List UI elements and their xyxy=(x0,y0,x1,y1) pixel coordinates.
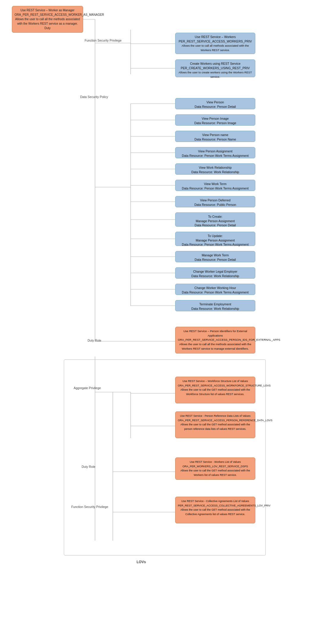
node-b14: Change Worker Working HourData Resource:… xyxy=(175,284,255,295)
node-b4: View Person ImageData Resource: Person I… xyxy=(175,114,255,126)
duty-role-label: Duty Role xyxy=(88,339,101,342)
node-b1: Use REST Service – WorkersPER_REST_SERVI… xyxy=(175,33,255,54)
lovs-label: LOVs xyxy=(137,560,146,564)
node-b8: View Work TermData Resource: Person Work… xyxy=(175,180,255,191)
duty-role2-label: Duty Role xyxy=(82,465,95,468)
node-o1: Use REST Service – Person Identifiers fo… xyxy=(175,327,255,353)
data-sec-policy-label: Data Security Policy xyxy=(80,95,108,99)
node-b7: View Work RelationshipData Resource: Wor… xyxy=(175,163,255,175)
node-b11: To Update:Manage Person AssignmentData R… xyxy=(175,232,255,246)
node-b9: View Person DeferredData Resource: Publi… xyxy=(175,196,255,207)
node-o5: Use REST Service - Collective Agreements… xyxy=(175,497,255,523)
diagram-container: Use REST Service – Worker as Manager ORA… xyxy=(0,0,334,12)
node-b12: Manage Work TermData Resource: Person De… xyxy=(175,251,255,262)
func-sec-priv2-label: Function Security Privilege xyxy=(71,505,108,509)
node-o4: Use REST Service - Workers List of Value… xyxy=(175,457,255,480)
root-node: Use REST Service – Worker as Manager ORA… xyxy=(12,6,83,33)
node-o2: Use REST Service – Workforce Structure L… xyxy=(175,377,255,403)
root-node-label: Use REST Service – Worker as Manager ORA… xyxy=(15,9,104,30)
node-b15: Terminate EmploymentData Resource: Work … xyxy=(175,300,255,311)
aggregate-priv-label: Aggregate Privilege xyxy=(74,386,101,390)
node-b2: Create Workers using REST ServicePER_CRE… xyxy=(175,59,255,77)
node-b3: View PersonData Resource: Person Detail xyxy=(175,98,255,109)
node-b2-label: Create Workers using REST ServicePER_CRE… xyxy=(179,62,252,78)
node-b6: View Person AssignmentData Resource: Per… xyxy=(175,147,255,158)
node-b10: To Create:Manage Person AssignmentData R… xyxy=(175,212,255,227)
node-b13: Change Worker Legal EmployerData Resourc… xyxy=(175,267,255,279)
node-b1-label: Use REST Service – WorkersPER_REST_SERVI… xyxy=(179,35,252,52)
node-b5: View Person nameData Resource: Person Na… xyxy=(175,131,255,142)
node-o3: Use REST Service - Person Reference Data… xyxy=(175,411,255,438)
func-sec-priv-label: Function Security Privilege xyxy=(85,39,121,42)
